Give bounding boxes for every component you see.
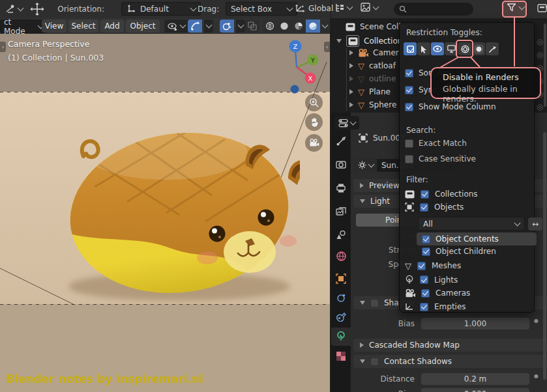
outliner-row-sphere[interactable]: ▽ Sphere [349,100,396,109]
hide-viewport-restriction-toggle[interactable] [431,42,444,55]
distance-field[interactable]: 0.2 m [421,373,529,385]
gizmo-toggle[interactable] [188,20,202,33]
menu-object[interactable]: Object [126,20,160,33]
gizmo-chevron[interactable] [204,20,213,33]
overlays-chevron[interactable] [236,20,245,33]
overlays-toggle[interactable] [220,20,234,33]
animate-dot[interactable]: ● [534,318,539,324]
tab-world[interactable] [336,251,347,262]
invert-filter-button[interactable]: ↔ [528,217,542,231]
menu-view[interactable]: View [42,20,67,33]
contact-shadows-checkbox[interactable] [370,357,379,366]
object-state-dropdown[interactable]: All [418,217,525,231]
outliner-row-plane[interactable]: ▽ Plane [349,87,391,96]
mode-dropdown[interactable]: ct Mode [0,20,47,33]
tab-scene[interactable] [336,230,346,240]
toolbar-expand-arrow[interactable]: › [0,42,6,52]
drag-dropdown[interactable]: Select Box [226,2,297,16]
shading-rendered-button[interactable] [306,20,320,33]
sort-checkbox[interactable] [405,69,413,77]
filter-cameras-option[interactable]: Cameras [405,288,470,298]
menu-select[interactable]: Select [68,20,98,33]
object-children-option[interactable]: Object Children [422,247,496,256]
checkbox-restriction-toggle[interactable] [404,42,417,55]
bias-field[interactable]: 1.000 [421,318,529,329]
disclosure-closed-icon[interactable] [349,50,353,55]
navigation-gizmo[interactable]: Z Y X [279,37,326,97]
properties-editor-type-button[interactable] [334,116,359,130]
collections-checkbox[interactable] [421,190,429,199]
editor-type-button[interactable] [5,2,23,16]
camera-view-button[interactable] [305,134,323,152]
catloaf-character[interactable] [59,112,300,307]
outliner-search-input[interactable] [394,3,473,16]
lights-checkbox[interactable] [420,275,428,284]
meshes-checkbox[interactable] [417,262,426,270]
disclosure-open-icon[interactable] [336,39,342,43]
filter-collections-option[interactable]: Collections [405,189,478,199]
mode-column-checkbox[interactable] [405,103,413,111]
shading-wireframe-button[interactable] [263,20,277,33]
disable-viewports-restriction-toggle[interactable] [445,42,458,55]
shading-solid-button[interactable] [277,20,291,33]
filter-empties-option[interactable]: Empties [405,302,466,311]
indirect-only-restriction-toggle[interactable] [486,42,499,55]
properties-scrollbar[interactable] [543,132,546,380]
tab-render[interactable] [336,160,346,170]
sync-checkbox[interactable] [405,86,413,94]
filter-lights-option[interactable]: Lights [405,275,458,285]
visibility-dropdown[interactable] [164,20,188,33]
overlays-dropdown[interactable] [220,20,245,33]
object-children-checkbox[interactable] [422,247,430,256]
exact-match-option[interactable]: Exact Match [405,139,467,148]
cameras-checkbox[interactable] [421,289,430,298]
move-tool-icon[interactable] [30,3,44,16]
outliner-row-catloaf[interactable]: ▽ catloaf [349,61,396,70]
disable-render-toggle[interactable]: ◎ [535,48,544,61]
tab-view-layer[interactable] [336,206,346,217]
outliner-row-collection[interactable]: Collection [336,35,402,47]
shading-material-button[interactable] [291,20,306,33]
xray-toggle[interactable] [245,20,259,33]
cascaded-panel-header[interactable]: Cascaded Shadow Map [353,339,547,352]
orientation-dropdown[interactable]: Default [121,2,201,16]
empties-checkbox[interactable] [420,303,428,311]
menu-add[interactable]: Add [100,20,124,33]
viewport-3d[interactable]: Camera Perspective (1) Collection | Sun.… [0,34,330,392]
outliner-row-camera[interactable]: Camera [349,48,404,57]
outliner-filter-button[interactable] [507,3,524,12]
mode-column-option[interactable]: Show Mode Column [405,102,496,111]
disclosure-closed-icon[interactable] [349,102,353,107]
tab-output[interactable] [336,183,346,193]
case-sensitive-checkbox[interactable] [405,155,413,163]
disclosure-closed-icon[interactable] [349,63,353,68]
animate-dot[interactable]: ● [534,373,539,379]
light-type-button[interactable] [355,158,377,172]
outliner-filter-type-button[interactable] [361,3,378,12]
disable-renders-restriction-toggle[interactable] [458,42,471,55]
exact-match-checkbox[interactable] [405,139,413,148]
transform-global[interactable]: Global [295,3,333,13]
zoom-button[interactable] [305,94,323,111]
outliner-row-outline[interactable]: ▽ outline [349,74,396,83]
tab-object[interactable] [336,273,346,284]
disclosure-closed-icon[interactable] [349,89,353,94]
outliner-display-mode-button[interactable] [335,3,352,12]
outliner-scrollbar[interactable] [544,23,546,107]
case-sensitive-option[interactable]: Case Sensitive [405,154,476,163]
disclosure-closed-icon[interactable] [349,76,353,81]
filter-meshes-option[interactable]: ▽ Meshes [405,261,461,270]
gizmo-dropdown[interactable] [188,20,213,33]
disable-render-toggle[interactable]: ◎ [535,35,544,48]
object-contents-option[interactable]: Object Contents [417,232,537,245]
selectable-restriction-toggle[interactable] [417,42,430,55]
holdout-restriction-toggle[interactable] [472,42,485,55]
bias2-field[interactable]: 0.030 [421,388,529,392]
object-contents-checkbox[interactable] [422,235,430,244]
tab-texture[interactable] [336,351,346,361]
objects-checkbox[interactable] [420,203,428,212]
tab-object-data-active[interactable] [331,328,351,346]
contact-shadows-header[interactable]: Contact Shadows [353,355,547,368]
shadow-checkbox[interactable] [370,299,379,307]
tab-physics[interactable] [336,293,346,303]
